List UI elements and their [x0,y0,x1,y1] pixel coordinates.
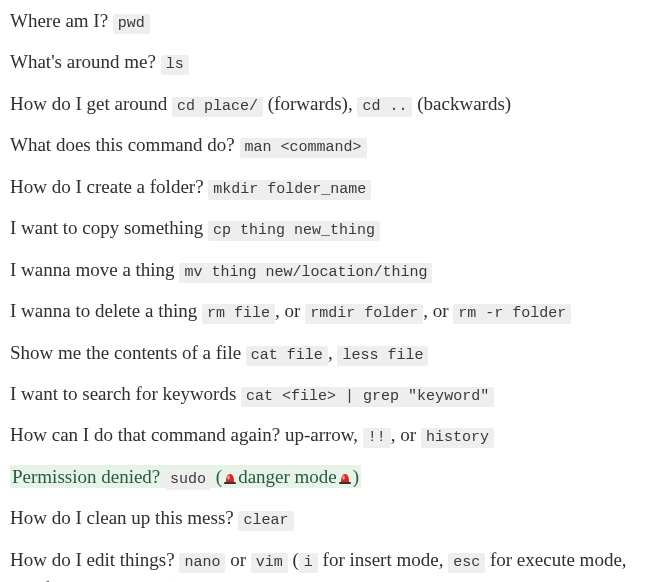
text: (forwards), [263,93,357,114]
cmd-rmdir: rmdir folder [305,304,423,324]
text: or [225,549,250,570]
question-text: How do I edit things? [10,549,175,570]
cmd-mkdir: mkdir folder_name [208,180,371,200]
cmd-pwd: pwd [113,14,150,34]
question-text: How can I do that command again? up-arro… [10,424,358,445]
cmd-clear: clear [238,511,293,531]
line-sudo: Permission denied? sudo (danger mode) [10,462,656,491]
cmd-vim: vim [251,553,288,573]
cmd-vim-i: i [299,553,318,573]
cmd-cp: cp thing new_thing [208,221,380,241]
cmd-nano: nano [179,553,225,573]
cmd-history: history [421,428,494,448]
line-pwd: Where am I? pwd [10,6,656,35]
question-text: I wanna to delete a thing [10,300,197,321]
cmd-cd-back: cd .. [357,97,412,117]
cmd-bangbang: !! [363,428,391,448]
text: for save and quit) [38,578,176,582]
question-text: What does this command do? [10,134,235,155]
question-text: I want to copy something [10,217,203,238]
text: for insert mode, [318,549,448,570]
siren-icon [337,469,353,485]
cmd-grep: cat <file> | grep "keyword" [241,387,494,407]
text: , or [391,424,421,445]
line-clear: How do I clean up this mess? clear [10,503,656,532]
question-text: Where am I? [10,10,108,31]
cmd-man: man <command> [240,138,367,158]
cmd-rm: rm file [202,304,275,324]
question-text: Permission denied? [12,466,160,487]
cmd-rm-r: rm -r folder [453,304,571,324]
cmd-ls: ls [161,55,189,75]
line-edit: How do I edit things? nano or vim (i for… [10,545,656,582]
svg-rect-0 [224,482,236,484]
question-text: How do I clean up this mess? [10,507,234,528]
line-cat: Show me the contents of a file cat file,… [10,338,656,367]
line-grep: I want to search for keywords cat <file>… [10,379,656,408]
line-mkdir: How do I create a folder? mkdir folder_n… [10,172,656,201]
cmd-vim-esc: esc [448,553,485,573]
cmd-sudo: sudo [165,470,211,490]
question-text: What's around me? [10,51,156,72]
line-ls: What's around me? ls [10,47,656,76]
text: , [328,342,338,363]
svg-rect-2 [339,482,351,484]
text: ( [288,549,299,570]
text: ( [211,466,222,487]
svg-point-1 [227,475,230,479]
cmd-cat: cat file [246,346,328,366]
question-text: How do I get around [10,93,167,114]
line-rm: I wanna to delete a thing rm file, or rm… [10,296,656,325]
question-text: How do I create a folder? [10,176,204,197]
line-history: How can I do that command again? up-arro… [10,420,656,449]
text: , or [275,300,305,321]
line-mv: I wanna move a thing mv thing new/locati… [10,255,656,284]
text: , or [423,300,453,321]
question-text: I wanna move a thing [10,259,175,280]
question-text: I want to search for keywords [10,383,236,404]
highlight-permission-denied: Permission denied? sudo (danger mode) [10,465,361,488]
text: for execute mode, [485,549,626,570]
text: ) [353,466,359,487]
line-man: What does this command do? man <command> [10,130,656,159]
cmd-less: less file [337,346,428,366]
text: (backwards) [412,93,511,114]
cmd-mv: mv thing new/location/thing [179,263,432,283]
cmd-cd-forward: cd place/ [172,97,263,117]
question-text: Show me the contents of a file [10,342,241,363]
siren-icon [222,469,238,485]
line-cp: I want to copy something cp thing new_th… [10,213,656,242]
line-cd: How do I get around cd place/ (forwards)… [10,89,656,118]
svg-point-3 [342,475,345,479]
danger-mode-text: danger mode [238,466,337,487]
